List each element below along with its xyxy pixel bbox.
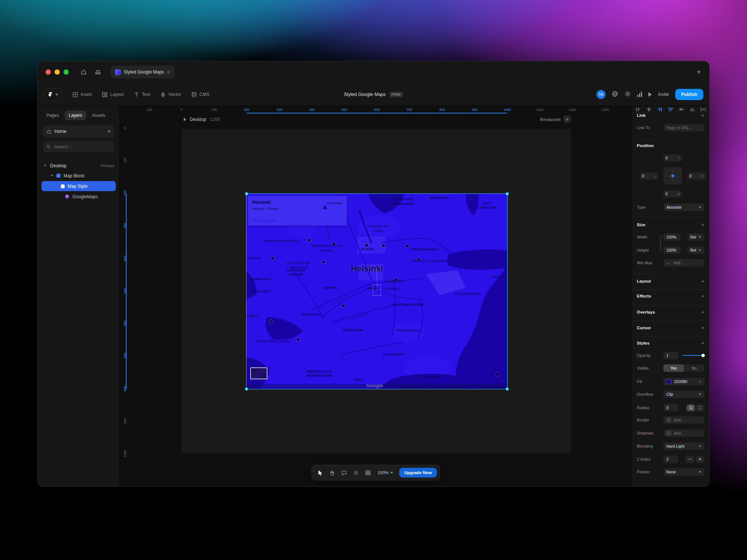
plan-badge: FREE — [389, 91, 403, 97]
remove-fill-icon[interactable]: × — [699, 379, 701, 384]
align-top-icon[interactable] — [668, 108, 673, 111]
publish-button[interactable]: Publish — [675, 89, 703, 100]
visible-toggle[interactable]: Yes No — [663, 364, 704, 372]
grid-toggle-icon[interactable] — [363, 468, 373, 477]
width-input[interactable]: 100% — [663, 233, 681, 241]
border-add-button[interactable]: Add... — [663, 416, 704, 424]
map-element[interactable]: SILTASAARI BROHOLMEN MERIHAKA NIHTI KNEK… — [247, 194, 507, 389]
fill-control[interactable]: 1E0080 × — [663, 378, 704, 385]
breakpoint-name[interactable]: Desktop — [190, 117, 206, 122]
link-to-input[interactable]: Page or URL... — [663, 124, 704, 131]
radius-individual-button[interactable] — [696, 404, 704, 411]
satellite-thumbnail[interactable] — [250, 367, 267, 379]
theme-toggle-icon[interactable] — [351, 468, 361, 477]
fill-color-swatch[interactable] — [666, 379, 671, 384]
disclosure-caret-icon[interactable] — [51, 175, 53, 177]
browser-tab[interactable]: Styled Google Maps × — [111, 66, 174, 78]
align-left-icon[interactable] — [636, 108, 641, 111]
cms-button[interactable]: CMS — [191, 92, 210, 97]
width-unit-dropdown[interactable]: Rel — [687, 233, 704, 241]
document-title: Styled Google Maps — [344, 92, 386, 97]
new-tab-button[interactable]: + — [697, 68, 701, 77]
layout-button[interactable]: Layout — [102, 92, 124, 97]
pan-tool-button[interactable] — [327, 468, 337, 477]
select-tool-button[interactable] — [315, 468, 325, 477]
position-left-input[interactable]: 0L — [640, 172, 658, 180]
framer-menu-button[interactable] — [44, 88, 62, 101]
align-right-icon[interactable] — [657, 108, 662, 111]
text-button[interactable]: Text — [134, 92, 150, 97]
blending-row: Blending Hard Light — [637, 442, 704, 450]
pointer-dropdown[interactable]: None — [663, 468, 704, 476]
upgrade-button[interactable]: Upgrade Now — [399, 468, 437, 477]
align-center-horizontal-icon[interactable] — [647, 108, 651, 111]
position-type-dropdown[interactable]: Absolute — [663, 203, 704, 211]
layer-map-block[interactable]: Map Block — [38, 171, 120, 181]
directions-button[interactable]: Directions — [322, 201, 343, 205]
position-right-input[interactable]: 0R — [687, 172, 706, 180]
distribute-icon[interactable] — [701, 108, 706, 111]
layer-desktop[interactable]: Desktop Primary — [38, 161, 120, 171]
tab-pages[interactable]: Pages — [42, 111, 63, 120]
layout-section-header: Layout + — [637, 277, 704, 285]
opacity-slider[interactable] — [682, 355, 704, 356]
inbox-icon[interactable] — [95, 69, 101, 75]
align-bottom-icon[interactable] — [690, 108, 695, 111]
position-top-input[interactable]: 0T — [663, 155, 682, 162]
preview-breakpoint-icon[interactable] — [184, 118, 186, 121]
vector-button[interactable]: Vector — [160, 92, 181, 97]
resize-handle-bottom-right[interactable] — [506, 388, 509, 391]
layer-googlemaps[interactable]: GoogleMaps — [38, 192, 120, 202]
search-input[interactable] — [53, 144, 106, 149]
radius-input[interactable]: 0 — [663, 404, 678, 411]
ruler-number: 100 — [211, 108, 217, 112]
layer-map-style-selected[interactable]: Map Style — [41, 181, 116, 191]
zindex-increment-button[interactable]: + — [696, 456, 704, 463]
close-tab-icon[interactable]: × — [167, 69, 170, 75]
tab-layers[interactable]: Layers — [65, 111, 86, 120]
map-label: KATAJANOKKA — [455, 292, 481, 296]
comment-tool-button[interactable] — [339, 468, 349, 477]
preview-play-icon[interactable] — [648, 92, 652, 97]
canvas[interactable]: -100 0 100 200 300 400 500 600 700 800 9… — [120, 106, 632, 486]
visible-yes-option[interactable]: Yes — [663, 364, 684, 372]
keyboard-shortcuts-link[interactable]: Keyboard shortcuts — [402, 385, 426, 388]
blending-dropdown[interactable]: Hard Light — [663, 442, 704, 450]
disclosure-caret-icon[interactable] — [44, 165, 46, 167]
border-row: Border Add... — [637, 416, 704, 424]
zoom-control[interactable]: 100% — [375, 470, 396, 475]
add-breakpoint-button[interactable]: + — [564, 116, 571, 123]
resize-handle-top-left[interactable] — [245, 192, 248, 196]
close-window-button[interactable] — [46, 69, 51, 75]
terms-link[interactable]: Terms — [467, 385, 475, 388]
zindex-decrement-button[interactable]: − — [686, 456, 694, 463]
visible-no-option[interactable]: No — [684, 364, 704, 372]
insert-button[interactable]: Insert — [72, 92, 92, 97]
height-input[interactable]: 100% — [663, 246, 681, 254]
align-middle-vertical-icon[interactable] — [679, 108, 684, 111]
globe-icon[interactable] — [612, 91, 618, 99]
map-label: LAPINLAHTI — [251, 277, 272, 281]
radius-uniform-button[interactable] — [686, 404, 695, 411]
overflow-dropdown[interactable]: Clip — [663, 391, 704, 398]
opacity-input[interactable]: 1 — [663, 352, 678, 359]
position-anchor-grid[interactable] — [663, 167, 682, 184]
gear-icon[interactable] — [624, 91, 631, 99]
resize-handle-top-right[interactable] — [506, 192, 509, 196]
avatar[interactable]: TS — [596, 90, 605, 99]
page-selector[interactable]: Home — [43, 125, 114, 137]
invite-button[interactable]: Invite — [658, 92, 669, 97]
view-larger-map-link[interactable]: View larger map — [252, 219, 276, 223]
height-unit-dropdown[interactable]: Rel — [687, 246, 704, 254]
home-icon[interactable] — [81, 69, 87, 75]
analytics-icon[interactable] — [637, 92, 642, 97]
zindex-input[interactable]: 2 — [663, 455, 678, 463]
minimize-window-button[interactable] — [55, 69, 60, 75]
position-bottom-input[interactable]: 0B — [663, 190, 682, 197]
report-error-link[interactable]: Report a map error — [481, 385, 504, 388]
zoom-window-button[interactable] — [63, 69, 69, 75]
shadows-add-button[interactable]: Add... — [663, 429, 704, 437]
minmax-add-button[interactable]: ↔ Add... — [663, 259, 704, 267]
resize-handle-bottom-left[interactable] — [245, 388, 248, 391]
tab-assets[interactable]: Assets — [88, 111, 109, 120]
